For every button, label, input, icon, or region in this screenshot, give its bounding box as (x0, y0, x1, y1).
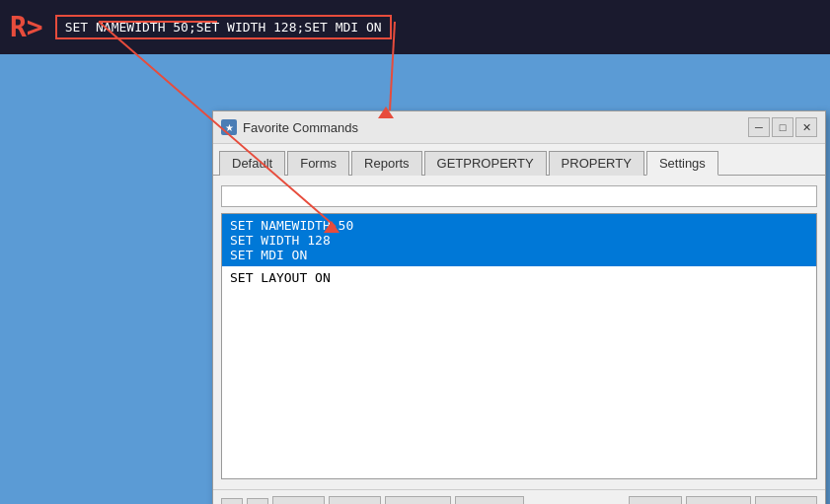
terminal-bar: R> SET NAMEWIDTH 50;SET WIDTH 128;SET MD… (0, 0, 830, 54)
search-input[interactable] (221, 185, 817, 207)
close-dialog-button[interactable]: Close (755, 496, 817, 504)
add-button[interactable]: Add (272, 496, 325, 504)
list-item[interactable]: SET NAMEWIDTH 50SET WIDTH 128SET MDI ON (222, 214, 816, 266)
delete-button[interactable]: Delete (385, 496, 452, 504)
run-button[interactable]: Run (629, 496, 682, 504)
dialog-controls: ─ □ ✕ (748, 117, 817, 137)
maximize-button[interactable]: □ (772, 117, 793, 137)
dialog-content: SET NAMEWIDTH 50SET WIDTH 128SET MDI ON … (213, 176, 825, 489)
terminal-prompt: R> (10, 11, 43, 43)
terminal-command: SET NAMEWIDTH 50;SET WIDTH 128;SET MDI O… (55, 15, 392, 39)
move-down-button[interactable]: ▼ (247, 498, 268, 505)
tab-reports[interactable]: Reports (351, 151, 422, 176)
edit-button[interactable]: Edit (329, 496, 380, 504)
list-item[interactable]: SET LAYOUT ON (222, 266, 816, 289)
move-up-button[interactable]: ▲ (221, 498, 243, 505)
tabs-bar: Default Forms Reports GETPROPERTY PROPER… (213, 144, 825, 176)
dialog-title: Favorite Commands (243, 120, 358, 135)
dialog-title-left: ★ Favorite Commands (221, 119, 358, 135)
select-button[interactable]: Select (686, 496, 751, 504)
search-bar (221, 185, 817, 207)
dialog-titlebar: ★ Favorite Commands ─ □ ✕ (213, 111, 825, 144)
tab-settings[interactable]: Settings (646, 151, 718, 176)
tab-default[interactable]: Default (219, 151, 285, 176)
minimize-button[interactable]: ─ (748, 117, 770, 137)
tab-property[interactable]: PROPERTY (549, 151, 644, 176)
dialog-app-icon: ★ (221, 119, 237, 135)
commands-list: SET NAMEWIDTH 50SET WIDTH 128SET MDI ON … (221, 213, 817, 479)
favorite-commands-dialog: ★ Favorite Commands ─ □ ✕ Default Forms … (212, 110, 826, 504)
tab-getproperty[interactable]: GETPROPERTY (424, 151, 547, 176)
close-button[interactable]: ✕ (795, 117, 817, 137)
tab-forms[interactable]: Forms (287, 151, 349, 176)
dialog-footer: ▲ ▼ Add Edit Delete Edit All Run Select … (213, 489, 825, 504)
edit-all-button[interactable]: Edit All (455, 496, 524, 504)
